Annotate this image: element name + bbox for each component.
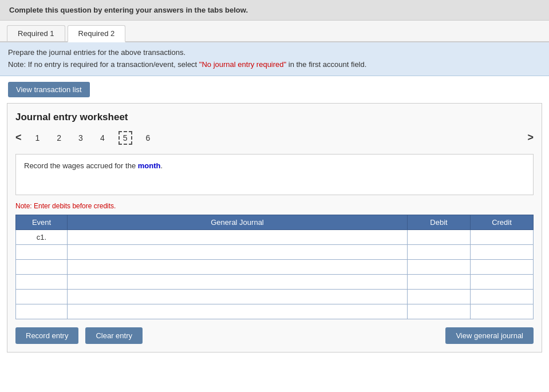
- col-header-debit: Debit: [408, 215, 471, 229]
- event-cell-4: [16, 289, 68, 304]
- journal-input-4[interactable]: [68, 290, 407, 304]
- credit-input-2[interactable]: [471, 260, 533, 274]
- nav-prev-arrow[interactable]: <: [15, 132, 22, 144]
- journal-input-1[interactable]: [68, 245, 407, 259]
- nav-num-5[interactable]: 5: [119, 131, 132, 145]
- credit-cell-0[interactable]: [471, 229, 534, 244]
- credit-input-4[interactable]: [471, 290, 533, 304]
- instruction-box: Record the wages accrued for the month.: [15, 154, 534, 195]
- note-line2-suffix: in the first account field.: [286, 60, 366, 69]
- col-header-journal: General Journal: [68, 215, 408, 229]
- credit-input-5[interactable]: [471, 304, 533, 319]
- instruction-highlight: month: [138, 161, 161, 170]
- tabs-bar: Required 1 Required 2: [0, 21, 549, 42]
- col-header-event: Event: [16, 215, 68, 229]
- event-cell-0: c1.: [16, 229, 68, 244]
- table-row: [16, 274, 534, 289]
- nav-num-1[interactable]: 1: [32, 132, 44, 144]
- table-row: [16, 289, 534, 304]
- event-cell-3: [16, 274, 68, 289]
- note-line2-highlight: "No journal entry required": [199, 60, 286, 69]
- credit-cell-5[interactable]: [471, 304, 534, 319]
- table-row: c1.: [16, 229, 534, 244]
- note-line2-prefix: Note: If no entry is required for a tran…: [8, 60, 199, 69]
- worksheet-title: Journal entry worksheet: [15, 112, 534, 123]
- journal-cell-1[interactable]: [68, 244, 408, 259]
- journal-cell-4[interactable]: [68, 289, 408, 304]
- instruction-prefix: Record the wages accrued for the: [24, 161, 138, 170]
- journal-table: Event General Journal Debit Credit c1.: [15, 215, 534, 319]
- debit-cell-4[interactable]: [408, 289, 471, 304]
- view-general-journal-button[interactable]: View general journal: [445, 327, 534, 344]
- event-cell-5: [16, 304, 68, 319]
- credit-cell-2[interactable]: [471, 259, 534, 274]
- col-header-credit: Credit: [471, 215, 534, 229]
- journal-input-2[interactable]: [68, 260, 407, 274]
- clear-entry-button[interactable]: Clear entry: [85, 327, 143, 344]
- nav-num-2[interactable]: 2: [53, 132, 65, 144]
- table-row: [16, 244, 534, 259]
- tab-required1[interactable]: Required 1: [7, 25, 65, 41]
- event-cell-2: [16, 259, 68, 274]
- note-bar: Prepare the journal entries for the abov…: [0, 42, 549, 76]
- debit-cell-1[interactable]: [408, 244, 471, 259]
- credit-cell-3[interactable]: [471, 274, 534, 289]
- debit-input-3[interactable]: [408, 275, 470, 289]
- nav-next-arrow[interactable]: >: [527, 132, 534, 144]
- journal-cell-2[interactable]: [68, 259, 408, 274]
- debits-note: Note: Enter debits before credits.: [15, 202, 534, 210]
- debit-input-5[interactable]: [408, 304, 470, 319]
- debit-cell-5[interactable]: [408, 304, 471, 319]
- note-line1: Prepare the journal entries for the abov…: [8, 47, 541, 59]
- debit-cell-0[interactable]: [408, 229, 471, 244]
- credit-cell-4[interactable]: [471, 289, 534, 304]
- journal-cell-3[interactable]: [68, 274, 408, 289]
- debit-input-2[interactable]: [408, 260, 470, 274]
- nav-num-6[interactable]: 6: [143, 132, 154, 144]
- nav-num-4[interactable]: 4: [97, 132, 108, 144]
- journal-input-3[interactable]: [68, 275, 407, 289]
- journal-cell-5[interactable]: [68, 304, 408, 319]
- debit-input-4[interactable]: [408, 290, 470, 304]
- nav-row: < 1 2 3 4 5 6 >: [15, 131, 534, 145]
- event-cell-1: [16, 244, 68, 259]
- credit-input-0[interactable]: [471, 230, 533, 244]
- debit-cell-3[interactable]: [408, 274, 471, 289]
- credit-cell-1[interactable]: [471, 244, 534, 259]
- button-row: Record entry Clear entry View general jo…: [15, 327, 534, 344]
- debit-input-0[interactable]: [408, 230, 470, 244]
- journal-input-0[interactable]: [68, 230, 407, 244]
- journal-cell-0[interactable]: [68, 229, 408, 244]
- nav-num-3[interactable]: 3: [75, 132, 86, 144]
- journal-input-5[interactable]: [68, 304, 407, 319]
- debit-cell-2[interactable]: [408, 259, 471, 274]
- record-entry-button[interactable]: Record entry: [15, 327, 78, 344]
- instruction-suffix: .: [160, 161, 163, 170]
- worksheet-container: Journal entry worksheet < 1 2 3 4 5 6 > …: [7, 103, 542, 353]
- note-line2: Note: If no entry is required for a tran…: [8, 59, 541, 71]
- table-row: [16, 259, 534, 274]
- debit-input-1[interactable]: [408, 245, 470, 259]
- credit-input-1[interactable]: [471, 245, 533, 259]
- view-transaction-button[interactable]: View transaction list: [8, 82, 90, 97]
- top-instruction: Complete this question by entering your …: [0, 0, 549, 21]
- tab-required2[interactable]: Required 2: [68, 25, 126, 42]
- table-row: [16, 304, 534, 319]
- credit-input-3[interactable]: [471, 275, 533, 289]
